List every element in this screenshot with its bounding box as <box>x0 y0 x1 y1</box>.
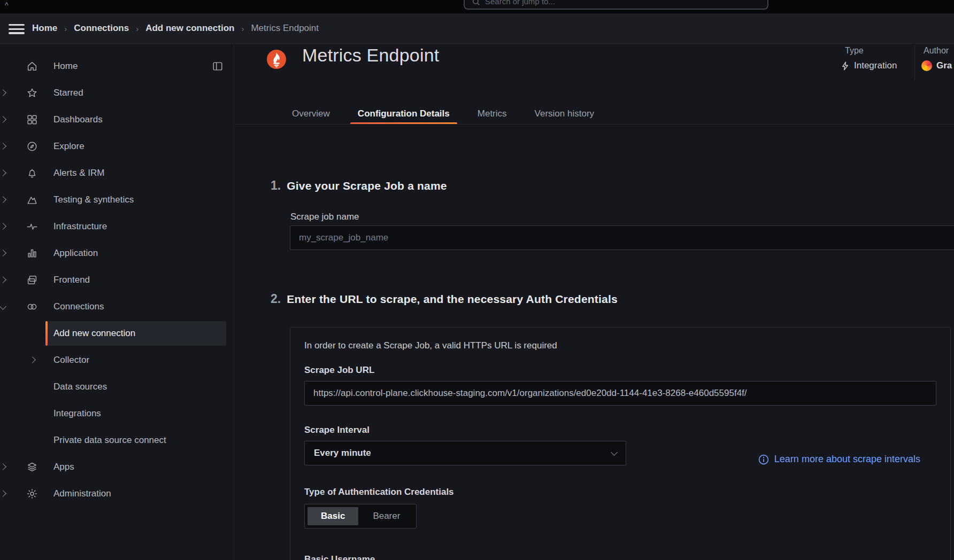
prometheus-icon <box>267 50 286 69</box>
sidebar-item-administration[interactable]: Administration <box>0 480 234 507</box>
tab-version-history[interactable]: Version history <box>527 105 602 125</box>
page-title: Metrics Endpoint <box>302 45 439 66</box>
sidebar-item-label: Home <box>53 61 78 72</box>
search-icon <box>472 0 480 6</box>
sidebar-item-label: Application <box>53 248 98 259</box>
breadcrumb-separator: › <box>136 24 139 33</box>
tab-configuration-details[interactable]: Configuration Details <box>350 105 457 125</box>
compass-icon <box>26 141 38 152</box>
chevron-right-icon[interactable] <box>0 89 6 96</box>
chevron-right-icon[interactable] <box>0 169 6 176</box>
sidebar-item-label: Starred <box>53 88 83 98</box>
auth-type-label: Type of Authentication Credentials <box>304 487 454 497</box>
chevron-right-icon[interactable] <box>0 143 6 150</box>
header-divider <box>914 45 915 80</box>
k6-mountain-icon <box>26 194 38 206</box>
sidebar-item-dashboards[interactable]: Dashboards <box>0 106 234 133</box>
chevron-down-icon <box>611 449 618 456</box>
type-value: Integration <box>841 60 897 71</box>
author-value: Gra <box>921 60 952 71</box>
sidebar-item-collector[interactable]: Collector <box>0 347 234 374</box>
sidebar-item-add-new-connection[interactable]: Add new connection <box>0 320 234 347</box>
scrape-config-card: In order to create a Scrape Job, a valid… <box>290 327 951 560</box>
collapse-caret[interactable]: ^ <box>5 1 9 10</box>
sidebar-item-alerts-irm[interactable]: Alerts & IRM <box>0 160 234 186</box>
chevron-right-icon[interactable] <box>0 490 6 497</box>
sidebar-item-data-sources[interactable]: Data sources <box>0 374 234 400</box>
breadcrumb-connections[interactable]: Connections <box>74 23 129 34</box>
sidebar-item-label: Alerts & IRM <box>53 168 104 178</box>
chevron-down-icon[interactable] <box>0 303 6 310</box>
sidebar-item-private-data-source-connect[interactable]: Private data source connect <box>0 427 234 454</box>
bar-chart-icon <box>26 247 38 259</box>
basic-username-label: Basic Username <box>304 554 375 560</box>
sidebar-item-label: Integrations <box>53 408 101 419</box>
dock-panel-icon[interactable] <box>212 60 224 72</box>
sidebar-item-apps[interactable]: Apps <box>0 454 234 480</box>
chevron-right-icon[interactable] <box>0 116 6 123</box>
sidebar-item-label: Data sources <box>53 382 107 392</box>
sidebar-item-home[interactable]: Home <box>0 53 234 80</box>
breadcrumb: Home › Connections › Add new connection … <box>32 13 319 43</box>
sidebar-item-connections[interactable]: Connections <box>0 293 234 320</box>
https-required-note: In order to create a Scrape Job, a valid… <box>304 340 557 351</box>
scrape-job-url-label: Scrape Job URL <box>304 365 374 376</box>
breadcrumb-metrics-endpoint: Metrics Endpoint <box>251 23 319 34</box>
scrape-interval-value: Every minute <box>314 448 371 458</box>
breadcrumb-add-new-connection[interactable]: Add new connection <box>145 23 234 34</box>
tab-bar: Overview Configuration Details Metrics V… <box>284 105 602 125</box>
learn-more-link[interactable]: Learn more about scrape intervals <box>758 454 920 465</box>
sidebar-item-label: Add new connection <box>53 328 135 339</box>
link-rings-icon <box>26 301 38 313</box>
sidebar-item-testing-synthetics[interactable]: Testing & synthetics <box>0 186 234 213</box>
menu-icon[interactable] <box>9 24 25 36</box>
chevron-right-icon[interactable] <box>0 196 6 203</box>
sidebar-item-frontend[interactable]: Frontend <box>0 267 234 293</box>
bell-icon <box>26 167 38 179</box>
auth-type-radiogroup: Basic Bearer <box>304 504 417 528</box>
chevron-right-icon[interactable] <box>0 250 6 256</box>
layers-icon <box>26 461 38 473</box>
grafana-app: ^ Search or jump to... Home › Connection… <box>0 0 954 560</box>
tab-overview[interactable]: Overview <box>284 105 337 125</box>
home-icon <box>26 60 38 72</box>
lightning-icon <box>841 61 850 71</box>
sidebar-item-label: Connections <box>53 301 104 312</box>
chevron-right-icon[interactable] <box>0 463 6 470</box>
sidebar-item-label: Testing & synthetics <box>53 195 134 205</box>
auth-option-bearer[interactable]: Bearer <box>359 507 413 525</box>
sidebar-item-label: Explore <box>53 141 84 152</box>
sidebar-item-label: Private data source connect <box>53 435 166 446</box>
star-icon <box>26 87 38 99</box>
chevron-right-icon[interactable] <box>0 223 6 230</box>
scrape-interval-select[interactable]: Every minute <box>304 441 626 465</box>
scrape-job-url-input[interactable] <box>304 381 936 406</box>
sidebar-item-starred[interactable]: Starred <box>0 80 234 106</box>
search-input[interactable]: Search or jump to... <box>464 0 768 10</box>
breadcrumb-separator: › <box>64 24 67 33</box>
breadcrumb-separator: › <box>241 24 244 33</box>
tabs-divider <box>235 124 954 125</box>
top-strip: ^ Search or jump to... <box>0 0 954 13</box>
sidebar-item-infrastructure[interactable]: Infrastructure <box>0 213 234 240</box>
info-icon <box>758 454 769 465</box>
scrape-job-name-input[interactable] <box>290 225 954 250</box>
section1-heading: 1. Give your Scrape Job a name <box>271 178 447 193</box>
auth-option-basic[interactable]: Basic <box>307 507 358 525</box>
scrape-job-name-label: Scrape job name <box>290 212 359 222</box>
chevron-right-icon[interactable] <box>0 276 6 283</box>
breadcrumb-bar: Home › Connections › Add new connection … <box>0 13 954 44</box>
sidebar-item-label: Apps <box>53 462 74 472</box>
sidebar-nav: HomeStarredDashboardsExploreAlerts & IRM… <box>0 44 234 560</box>
sidebar-item-explore[interactable]: Explore <box>0 133 234 160</box>
sidebar-item-label: Collector <box>53 355 89 365</box>
sidebar-item-integrations[interactable]: Integrations <box>0 400 234 427</box>
sidebar-item-application[interactable]: Application <box>0 240 234 267</box>
breadcrumb-home[interactable]: Home <box>32 23 57 34</box>
tab-metrics[interactable]: Metrics <box>470 105 514 125</box>
grafana-logo-icon <box>921 60 932 71</box>
pulse-icon <box>26 221 38 232</box>
browser-icon <box>26 274 38 286</box>
search-placeholder: Search or jump to... <box>485 0 555 6</box>
chevron-right-icon[interactable] <box>29 356 36 363</box>
